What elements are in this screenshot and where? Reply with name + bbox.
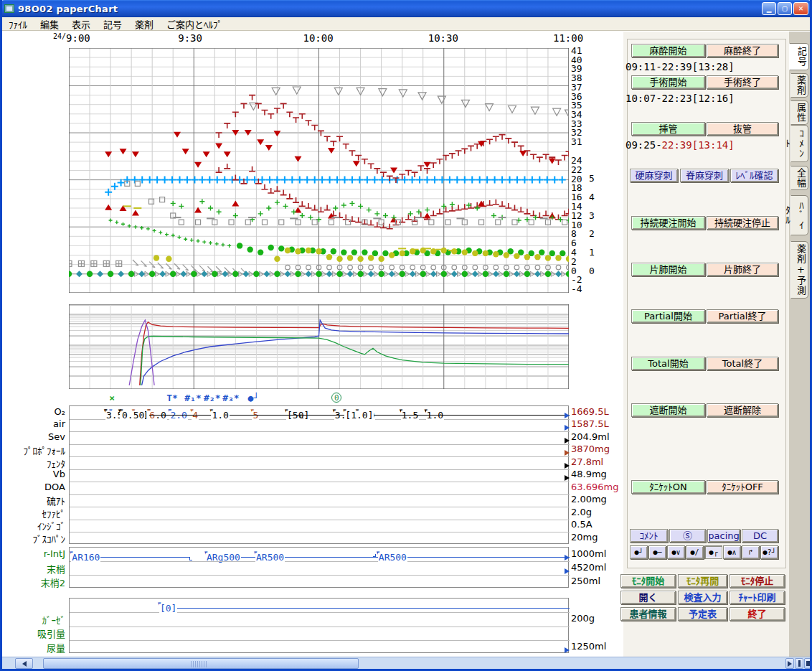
- puncture-button-ﾚﾍﾞﾙ確認[interactable]: ﾚﾍﾞﾙ確認: [730, 169, 778, 182]
- tab-記号[interactable]: 記号: [789, 43, 809, 70]
- start-button-Total開始[interactable]: Total開始: [631, 357, 705, 370]
- event-button-ｺﾒﾝﾄ[interactable]: ｺﾒﾝﾄ: [630, 529, 668, 543]
- start-button-持続硬注開始[interactable]: 持続硬注開始: [631, 216, 705, 230]
- panel-button-患者情報[interactable]: 患者情報: [620, 607, 676, 621]
- scroll-right-button[interactable]: [785, 658, 794, 669]
- start-button-手術開始[interactable]: 手術開始: [631, 75, 705, 89]
- start-button-麻酔開始[interactable]: 麻酔開始: [631, 44, 705, 57]
- end-button-Partial終了[interactable]: Partial終了: [707, 309, 778, 323]
- end-button-Total終了[interactable]: Total終了: [707, 357, 778, 370]
- event-button-DC[interactable]: DC: [742, 529, 778, 543]
- start-button-Partial開始[interactable]: Partial開始: [631, 309, 705, 323]
- side-tab-strip: 記号薬剤属性ｺﾒﾝﾄ全幅ﾊﾞｲﾀﾙ薬剤+予測: [789, 32, 810, 657]
- start-button-片肺開始[interactable]: 片肺開始: [631, 263, 705, 276]
- pair-time-2: 09:25-22:39[13:14]: [625, 139, 735, 151]
- symbol-button-4[interactable]: ●┌: [704, 545, 722, 559]
- tab-ﾊﾞｲﾀﾙ[interactable]: ﾊﾞｲﾀﾙ: [790, 195, 808, 235]
- scroll-left-button[interactable]: [15, 658, 33, 669]
- tab-属性[interactable]: 属性: [790, 100, 808, 125]
- right-panel: 麻酔開始麻酔終了09:11-22:39[13:28]手術開始手術終了10:07-…: [2, 0, 812, 671]
- end-button-麻酔終了[interactable]: 麻酔終了: [707, 44, 778, 57]
- end-button-ﾀﾆｹｯﾄOFF[interactable]: ﾀﾆｹｯﾄOFF: [707, 480, 778, 494]
- tab-薬剤+予測[interactable]: 薬剤+予測: [790, 241, 808, 299]
- symbol-button-6[interactable]: ↱: [742, 545, 760, 559]
- panel-button-ﾓﾆﾀ開始[interactable]: ﾓﾆﾀ開始: [620, 574, 676, 588]
- end-button-持続硬注停止[interactable]: 持続硬注停止: [707, 216, 778, 230]
- horizontal-scrollbar[interactable]: [2, 657, 810, 669]
- event-button-pacing[interactable]: pacing: [707, 529, 740, 543]
- panel-button-ﾁｬｰﾄ印刷[interactable]: ﾁｬｰﾄ印刷: [730, 591, 785, 604]
- tab-薬剤[interactable]: 薬剤: [790, 73, 808, 98]
- symbol-button-3[interactable]: ●/: [686, 545, 704, 559]
- pair-time-0: 09:11-22:39[13:28]: [625, 61, 735, 72]
- end-button-遮断解除[interactable]: 遮断解除: [707, 403, 778, 417]
- panel-button-終了[interactable]: 終了: [730, 607, 785, 621]
- tab-全幅[interactable]: 全幅: [790, 166, 808, 190]
- symbol-button-7[interactable]: ●?┘: [760, 545, 778, 559]
- start-button-遮断開始[interactable]: 遮断開始: [631, 403, 705, 417]
- start-button-ﾀﾆｹｯﾄON[interactable]: ﾀﾆｹｯﾄON: [631, 480, 705, 494]
- symbol-button-0[interactable]: ●┘: [630, 545, 648, 559]
- application-window: 98O02 paperChart ▁ ▢ ✕ ﾌｧｲﾙ編集表示記号薬剤ご案内とﾍ…: [0, 0, 812, 671]
- panel-button-開く[interactable]: 開く: [620, 591, 676, 604]
- start-button-挿管[interactable]: 挿管: [631, 122, 705, 136]
- symbol-button-2[interactable]: ●∨: [667, 545, 685, 559]
- scrollbar-thumb[interactable]: [43, 658, 359, 669]
- puncture-button-脊麻穿刺[interactable]: 脊麻穿刺: [680, 169, 729, 182]
- panel-button-ﾓﾆﾀ停止[interactable]: ﾓﾆﾀ停止: [730, 574, 785, 588]
- puncture-button-硬麻穿刺[interactable]: 硬麻穿刺: [630, 169, 678, 182]
- symbol-button-1[interactable]: ●─: [648, 545, 666, 559]
- end-button-手術終了[interactable]: 手術終了: [707, 75, 778, 89]
- panel-button-検査入力[interactable]: 検査入力: [678, 591, 727, 604]
- symbol-button-5[interactable]: ●∧: [723, 545, 741, 559]
- end-button-抜管[interactable]: 抜管: [707, 122, 778, 136]
- pause-button[interactable]: [795, 658, 803, 669]
- pair-time-1: 10:07-22:23[12:16]: [625, 93, 735, 104]
- end-button-片肺終了[interactable]: 片肺終了: [707, 263, 778, 276]
- panel-button-予定表[interactable]: 予定表: [678, 607, 727, 621]
- panel-button-ﾓﾆﾀ再開[interactable]: ﾓﾆﾀ再開: [678, 574, 727, 588]
- tab-ｺﾒﾝﾄ[interactable]: ｺﾒﾝﾄ: [790, 125, 808, 162]
- stop-button[interactable]: [804, 658, 812, 669]
- event-button-Ⓢ[interactable]: Ⓢ: [669, 529, 706, 543]
